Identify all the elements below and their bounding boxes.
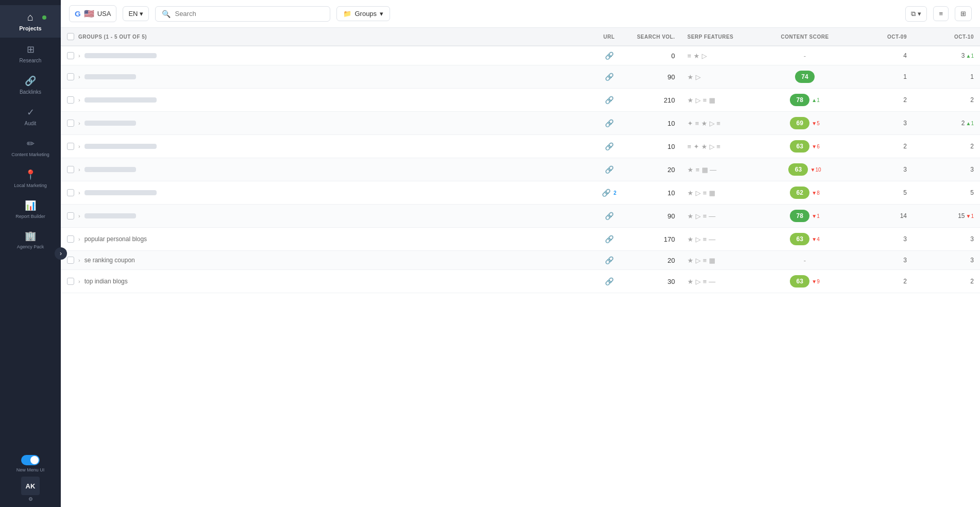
row-checkbox[interactable] xyxy=(67,189,74,196)
language-selector[interactable]: EN ▾ xyxy=(123,6,149,21)
sidebar-item-audit[interactable]: ✓ Audit xyxy=(0,102,61,132)
col-header-search-vol: SEARCH VOL. xyxy=(630,28,681,46)
sidebar-item-content-marketing[interactable]: ✏ Content Marketing xyxy=(0,133,61,163)
filter-button[interactable]: ≡ xyxy=(933,6,949,21)
table-container: GROUPS (1 - 5 OUT OF 5) URL SEARCH VOL. … xyxy=(61,28,980,507)
serp-feature-icon: ★ xyxy=(687,166,694,174)
row-expand-chevron[interactable]: › xyxy=(78,166,80,173)
row-expand-chevron[interactable]: › xyxy=(78,53,80,59)
url-link-icon[interactable]: 🔗 xyxy=(605,119,614,127)
blurred-label xyxy=(85,213,136,218)
table-row: › 🔗90★▷≡—78▼11415▼1 xyxy=(61,205,980,228)
blurred-label xyxy=(85,53,157,58)
col-header-groups: GROUPS (1 - 5 OUT OF 5) xyxy=(61,28,588,46)
sidebar-item-agency-pack[interactable]: 🏢 Agency Pack xyxy=(0,225,61,255)
url-link-icon[interactable]: 🔗 xyxy=(605,277,614,285)
serp-feature-icon: ★ xyxy=(701,120,707,127)
row-expand-chevron[interactable]: › xyxy=(78,143,80,149)
research-icon: ⊞ xyxy=(27,44,35,55)
sidebar-item-report-builder[interactable]: 📊 Report Builder xyxy=(0,195,61,225)
row-checkbox[interactable] xyxy=(67,212,74,219)
row-expand-chevron[interactable]: › xyxy=(78,74,80,80)
oct09-cell: 4 xyxy=(846,46,913,65)
select-all-checkbox[interactable] xyxy=(67,33,74,40)
row-checkbox[interactable] xyxy=(67,143,74,150)
sidebar-item-projects[interactable]: ⌂ Projects xyxy=(0,5,61,38)
row-checkbox[interactable] xyxy=(67,278,74,285)
oct10-cell: 2 xyxy=(913,270,980,293)
blurred-label xyxy=(85,190,157,195)
user-avatar-container[interactable]: AK ⚙ xyxy=(21,477,40,502)
serp-features-cell: ★▷≡— xyxy=(687,278,757,285)
serp-feature-icon: ★ xyxy=(694,52,700,60)
content-score-badge: 63 xyxy=(790,275,809,288)
search-vol-cell: 30 xyxy=(630,270,681,293)
url-link-icon[interactable]: 🔗 xyxy=(605,235,614,243)
content-score-badge: 63 xyxy=(790,140,809,153)
row-checkbox[interactable] xyxy=(67,96,74,104)
url-link-icon[interactable]: 🔗 xyxy=(605,142,614,150)
sidebar-item-local-marketing[interactable]: 📍 Local Marketing xyxy=(0,164,61,194)
sidebar-item-backlinks[interactable]: 🔗 Backlinks xyxy=(0,70,61,100)
url-link-icon[interactable]: 🔗 xyxy=(605,212,614,220)
oct10-cell: 3 xyxy=(913,158,980,181)
url-link-icon[interactable]: 🔗 xyxy=(605,256,614,264)
oct10-cell: 2▲1 xyxy=(913,112,980,135)
row-expand-chevron[interactable]: › xyxy=(78,236,80,242)
serp-feature-icon: ≡ xyxy=(703,257,707,264)
score-change: ▼1 xyxy=(812,213,819,219)
location-selector[interactable]: G 🇺🇸 USA xyxy=(69,5,116,22)
table-row: › top indian blogs 🔗30★▷≡—63▼922 xyxy=(61,270,980,293)
columns-icon: ⊞ xyxy=(960,10,966,18)
serp-feature-icon: ★ xyxy=(687,212,694,220)
oct09-cell: 2 xyxy=(846,89,913,112)
row-expand-chevron[interactable]: › xyxy=(78,213,80,219)
content-marketing-icon: ✏ xyxy=(27,138,35,149)
groups-selector[interactable]: 📁 Groups ▾ xyxy=(336,6,390,21)
content-score-badge: 63 xyxy=(790,233,809,245)
columns-button[interactable]: ⊞ xyxy=(955,6,972,21)
copy-button[interactable]: ⧉ ▾ xyxy=(905,6,927,22)
content-score-cell: 69▼5 xyxy=(764,112,846,135)
table-row: › 🔗0≡★▷-43▲1 xyxy=(61,46,980,65)
copy-icon: ⧉ xyxy=(911,10,916,18)
search-vol-cell: 90 xyxy=(630,205,681,228)
row-expand-chevron[interactable]: › xyxy=(78,97,80,103)
serp-feature-icon: ▷ xyxy=(709,120,715,127)
audit-icon: ✓ xyxy=(27,107,35,118)
row-checkbox[interactable] xyxy=(67,257,74,264)
row-checkbox[interactable] xyxy=(67,73,74,80)
content-score-badge: 63 xyxy=(788,163,808,176)
search-input[interactable] xyxy=(175,10,324,18)
url-link-icon[interactable]: 🔗 xyxy=(605,96,614,104)
row-expand-chevron[interactable]: › xyxy=(78,257,80,263)
row-checkbox[interactable] xyxy=(67,235,74,243)
sidebar-collapse-button[interactable]: › xyxy=(55,247,67,260)
row-expand-chevron[interactable]: › xyxy=(78,278,80,284)
serp-feature-icon: ✦ xyxy=(687,120,693,127)
row-expand-chevron[interactable]: › xyxy=(78,190,80,196)
serp-feature-icon: ≡ xyxy=(703,212,707,220)
blurred-label xyxy=(85,144,157,149)
url-link-icon[interactable]: 🔗 xyxy=(605,52,614,60)
content-score-cell: - xyxy=(764,251,846,270)
serp-feature-icon: ★ xyxy=(687,73,694,81)
blurred-label xyxy=(85,74,136,79)
url-link-icon[interactable]: 🔗 xyxy=(605,73,614,81)
row-checkbox[interactable] xyxy=(67,52,74,59)
serp-features-cell: ★▷ xyxy=(687,73,757,81)
content-score-cell: 63▼4 xyxy=(764,228,846,251)
score-change: ▲1 xyxy=(812,97,819,103)
oct10-cell: 2 xyxy=(913,89,980,112)
url-link-icon[interactable]: 🔗 xyxy=(605,165,614,174)
search-vol-cell: 210 xyxy=(630,89,681,112)
sidebar-item-research[interactable]: ⊞ Research xyxy=(0,39,61,69)
row-checkbox[interactable] xyxy=(67,120,74,127)
toolbar: G 🇺🇸 USA EN ▾ 🔍 📁 Groups ▾ ⧉ ▾ ≡ ⊞ xyxy=(61,0,980,28)
row-checkbox[interactable] xyxy=(67,166,74,173)
oct09-cell: 2 xyxy=(846,135,913,158)
url-link-icon[interactable]: 🔗2 xyxy=(602,189,617,197)
serp-feature-icon: ▷ xyxy=(696,212,701,220)
row-expand-chevron[interactable]: › xyxy=(78,120,80,126)
new-menu-toggle[interactable] xyxy=(21,455,40,465)
